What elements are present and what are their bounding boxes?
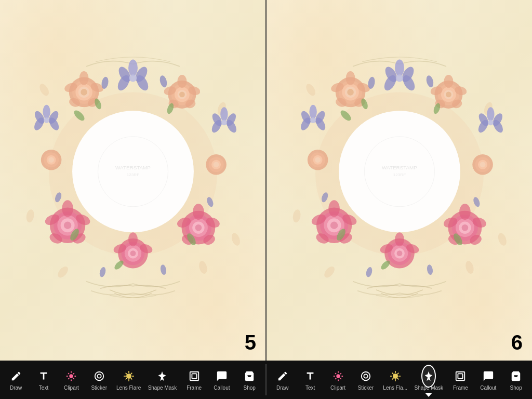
svg-point-2 [25, 209, 35, 223]
svg-point-62 [48, 157, 54, 163]
tool-clipart-right[interactable]: Clipart [328, 369, 349, 391]
svg-point-169 [395, 74, 403, 82]
shapemask-label-left: Shape Mask [148, 385, 177, 391]
svg-point-175 [310, 117, 316, 123]
svg-point-163 [480, 162, 485, 167]
svg-point-84 [221, 119, 227, 125]
svg-point-5 [197, 260, 208, 275]
tool-sticker-right[interactable]: Sticker [355, 369, 376, 391]
tool-callout-left[interactable]: Callout [211, 369, 232, 391]
svg-point-78 [44, 117, 49, 123]
svg-point-25 [179, 92, 185, 98]
svg-point-3 [230, 232, 241, 247]
tool-shop-right[interactable]: Shop [506, 369, 526, 391]
svg-point-203 [393, 374, 398, 379]
shop-label-right: Shop [510, 385, 522, 391]
shapemask-icon-left [155, 369, 169, 383]
svg-point-166 [395, 59, 404, 76]
svg-point-66 [213, 162, 219, 167]
draw-icon-right [275, 369, 290, 383]
svg-text:WATERSTAMP: WATERSTAMP [115, 165, 151, 170]
panel-number-left: 5 [245, 331, 256, 354]
svg-point-86 [158, 75, 168, 88]
svg-point-90 [159, 264, 167, 275]
svg-point-132 [330, 222, 337, 229]
tool-lensflare-left[interactable]: Lens Flare [116, 369, 141, 391]
svg-text:123RF: 123RF [126, 172, 139, 177]
svg-point-15 [81, 89, 87, 96]
svg-point-186 [365, 267, 373, 278]
callout-icon-right [481, 369, 496, 383]
svg-point-200 [336, 374, 340, 378]
svg-text:WATERSTAMP: WATERSTAMP [382, 165, 417, 170]
clipart-icon-right [331, 369, 345, 383]
svg-point-48 [193, 204, 204, 220]
canvas-panel-right: WATERSTAMP 123RF [267, 0, 532, 361]
svg-point-101 [322, 264, 336, 280]
shop-label-left: Shop [244, 385, 256, 391]
floral-wreath-left: WATERSTAMP 123RF [16, 15, 250, 332]
svg-point-4 [56, 264, 70, 280]
tool-text-left[interactable]: Text [33, 369, 54, 391]
tool-clipart-left[interactable]: Clipart [61, 369, 82, 391]
tool-lensflare-right[interactable]: Lens Fla... [383, 369, 407, 391]
svg-point-122 [446, 92, 451, 98]
clipart-icon-left [64, 369, 78, 383]
svg-point-183 [425, 75, 434, 88]
frame-icon-right [453, 369, 468, 383]
shop-icon-right [509, 369, 523, 383]
shop-icon-left [242, 369, 257, 383]
lensflare-label-right: Lens Fla... [383, 385, 407, 391]
svg-point-7 [72, 111, 194, 232]
tool-text-right[interactable]: Text [300, 369, 321, 391]
lensflare-icon-left [122, 369, 136, 383]
callout-label-right: Callout [480, 385, 496, 391]
svg-point-58 [128, 232, 138, 246]
svg-point-97 [304, 82, 317, 97]
svg-point-202 [364, 374, 367, 378]
text-label-left: Text [39, 385, 48, 391]
svg-point-99 [291, 209, 301, 223]
svg-rect-205 [458, 374, 463, 378]
svg-point-155 [395, 232, 404, 246]
canvas-panel-left: WATERSTAMP 123RF [0, 0, 267, 361]
svg-point-125 [444, 75, 453, 88]
svg-point-69 [128, 59, 138, 76]
main-area: WATERSTAMP 123RF [0, 0, 532, 361]
clipart-label-right: Clipart [330, 385, 345, 391]
svg-point-45 [195, 224, 202, 231]
svg-point-135 [328, 200, 340, 217]
frame-label-left: Frame [187, 385, 202, 391]
tool-shapemask-right[interactable]: Shape Mask [414, 369, 443, 391]
tool-sticker-left[interactable]: Sticker [89, 369, 110, 391]
svg-point-172 [309, 105, 316, 119]
tool-shop-left[interactable]: Shop [239, 369, 260, 391]
svg-point-142 [461, 224, 468, 231]
frame-label-right: Frame [453, 385, 468, 391]
svg-point-181 [487, 119, 493, 125]
draw-label-right: Draw [276, 385, 288, 391]
svg-point-18 [79, 71, 88, 85]
clipart-label-left: Clipart [64, 385, 79, 391]
svg-point-194 [70, 374, 73, 378]
svg-point-100 [496, 232, 508, 247]
tool-draw-left[interactable]: Draw [6, 369, 26, 391]
svg-text:123RF: 123RF [393, 172, 405, 177]
svg-point-38 [62, 200, 73, 217]
svg-rect-198 [190, 372, 198, 381]
sticker-icon-left [92, 369, 107, 383]
svg-point-0 [37, 82, 50, 97]
svg-point-201 [362, 372, 370, 381]
svg-point-35 [63, 222, 71, 229]
tool-callout-right[interactable]: Callout [478, 369, 499, 391]
text-icon-left [36, 369, 51, 383]
tool-frame-left[interactable]: Frame [184, 369, 205, 391]
callout-label-left: Callout [214, 385, 230, 391]
svg-point-159 [315, 157, 321, 163]
svg-point-75 [43, 105, 50, 119]
svg-point-187 [426, 264, 433, 275]
floral-wreath-right: WATERSTAMP 123RF [283, 15, 516, 332]
tool-shapemask-left[interactable]: Shape Mask [148, 369, 177, 391]
tool-frame-right[interactable]: Frame [450, 369, 471, 391]
tool-draw-right[interactable]: Draw [272, 369, 293, 391]
